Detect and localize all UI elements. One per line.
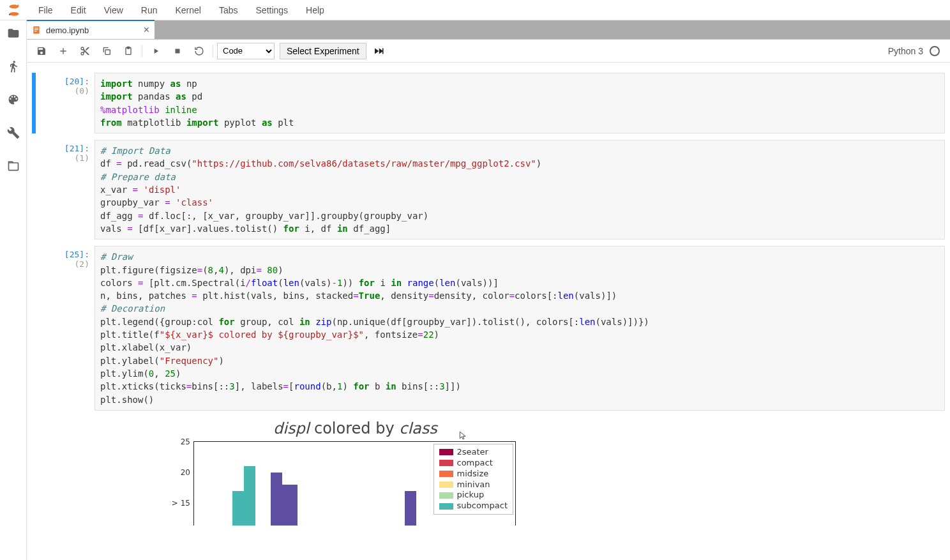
svg-rect-12 [127, 47, 130, 49]
menu-file[interactable]: File [31, 3, 61, 18]
legend-item: midsize [439, 469, 508, 480]
svg-rect-10 [105, 50, 110, 54]
legend-label: 2seater [457, 447, 488, 458]
run-button[interactable] [146, 42, 165, 60]
svg-point-4 [18, 14, 19, 15]
stop-button[interactable] [168, 42, 187, 60]
legend-item: subcompact [439, 501, 508, 511]
palette-icon[interactable] [6, 92, 21, 107]
cell-input[interactable]: # Import Data df = pd.read_csv("https://… [94, 140, 945, 239]
menu-view[interactable]: View [96, 3, 131, 18]
legend-item: pickup [439, 490, 508, 501]
cell-input[interactable]: import numpy as np import pandas as pd %… [94, 73, 945, 133]
notebook-toolbar: Code Select Experiment Python 3 [27, 40, 950, 63]
add-cell-button[interactable] [54, 42, 73, 60]
svg-rect-14 [382, 48, 384, 54]
chart-bar-segment [405, 491, 416, 526]
close-icon[interactable]: × [144, 24, 149, 36]
menu-settings[interactable]: Settings [248, 3, 296, 18]
legend-item: compact [439, 458, 508, 469]
legend-item: minivan [439, 480, 508, 490]
restart-button[interactable] [190, 42, 209, 60]
code-cell[interactable]: [21]:(1)# Import Data df = pd.read_csv("… [32, 140, 945, 239]
chart-bar-segment [244, 466, 255, 526]
folder-icon[interactable] [6, 26, 21, 41]
cell-prompt: [20]:(0) [37, 73, 94, 133]
cell-output: displ colored by class2520> 152seatercom… [94, 417, 945, 526]
cell-prompt: [21]:(1) [37, 140, 94, 239]
svg-point-1 [9, 11, 19, 15]
legend-label: minivan [457, 480, 490, 490]
cell-input[interactable]: # Draw plt.figure(figsize=(8,4), dpi= 80… [94, 246, 945, 411]
menu-run[interactable]: Run [133, 3, 165, 18]
y-tick-label: 25 [181, 437, 194, 446]
chart-title: displ colored by class [273, 420, 437, 437]
menu-edit[interactable]: Edit [63, 3, 94, 18]
y-tick-label: > 15 [172, 499, 194, 508]
menu-help[interactable]: Help [298, 3, 332, 18]
select-experiment-button[interactable]: Select Experiment [280, 43, 366, 59]
tab-demo-ipynb[interactable]: demo.ipynb × [27, 20, 155, 39]
save-button[interactable] [32, 42, 51, 60]
cell-prompt: [25]:(2) [37, 246, 94, 411]
kernel-status-idle-icon [930, 46, 940, 56]
legend-swatch [439, 481, 453, 488]
code-cell[interactable]: [25]:(2)# Draw plt.figure(figsize=(8,4),… [32, 246, 945, 411]
svg-rect-13 [176, 49, 180, 53]
svg-rect-8 [34, 29, 38, 30]
legend-swatch [439, 503, 453, 510]
tab-label: demo.ipynb [46, 26, 89, 35]
legend-label: pickup [457, 490, 485, 501]
left-sidebar [0, 20, 27, 560]
svg-rect-7 [34, 28, 38, 29]
legend-label: midsize [457, 469, 489, 480]
tab-bar: demo.ipynb × [27, 20, 950, 40]
legend-item: 2seater [439, 447, 508, 458]
code-cell[interactable]: [20]:(0)import numpy as np import pandas… [32, 73, 945, 133]
svg-point-3 [9, 13, 10, 15]
legend-swatch [439, 460, 453, 466]
paste-button[interactable] [119, 42, 138, 60]
chart-bar-segment [271, 473, 282, 526]
chart-bar-segment [294, 485, 298, 526]
cell-type-select[interactable]: Code [217, 43, 275, 59]
running-icon[interactable] [6, 59, 21, 74]
menu-tabs[interactable]: Tabs [211, 3, 246, 18]
chart-bar-segment [232, 491, 244, 526]
chart-legend: 2seatercompactmidsizeminivanpickupsubcom… [434, 444, 514, 515]
menubar: FileEditViewRunKernelTabsSettingsHelp [0, 0, 950, 20]
menu-kernel[interactable]: Kernel [167, 3, 208, 18]
wrench-icon[interactable] [6, 125, 21, 140]
svg-point-2 [17, 4, 19, 6]
copy-button[interactable] [97, 42, 116, 60]
fast-forward-icon[interactable] [369, 42, 388, 60]
legend-label: compact [457, 458, 493, 469]
svg-rect-9 [34, 31, 37, 31]
legend-swatch [439, 471, 453, 477]
legend-swatch [439, 449, 453, 455]
svg-rect-5 [8, 163, 18, 170]
y-tick-label: 20 [181, 468, 194, 477]
mouse-cursor-icon [458, 430, 467, 443]
histogram-chart: displ colored by class2520> 152seatercom… [94, 417, 516, 526]
tabs-icon[interactable] [6, 158, 21, 174]
jupyter-logo [5, 1, 23, 19]
legend-swatch [439, 492, 453, 499]
notebook-body[interactable]: [20]:(0)import numpy as np import pandas… [27, 63, 950, 560]
chart-bar-segment [282, 485, 294, 526]
legend-label: subcompact [457, 501, 508, 511]
notebook-icon [32, 26, 41, 34]
cut-button[interactable] [75, 42, 94, 60]
kernel-name[interactable]: Python 3 [888, 46, 923, 56]
